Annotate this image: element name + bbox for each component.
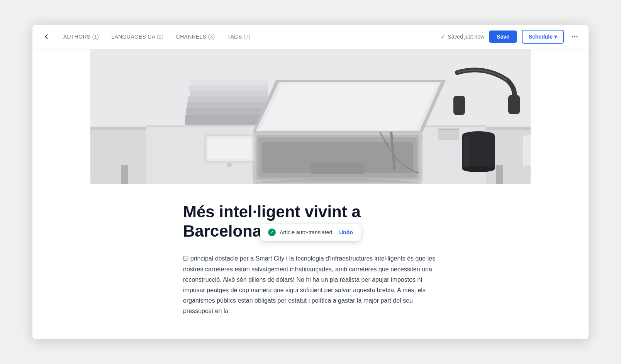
save-button[interactable]: Save (489, 30, 517, 43)
nav-languages[interactable]: LANGUAGES CA (2) (112, 34, 164, 40)
toolbar-right: ✓ Saved just now Save Schedule ▾ (441, 30, 581, 44)
svg-rect-40 (438, 129, 459, 130)
article-body: El principal obstacle per a Smart City i… (183, 253, 438, 316)
hero-image (90, 49, 531, 184)
svg-rect-14 (186, 108, 271, 115)
svg-point-1 (574, 36, 575, 37)
svg-rect-35 (464, 136, 469, 167)
chevron-down-icon: ▾ (554, 34, 557, 40)
svg-rect-22 (310, 163, 365, 174)
content-area: Més intel·ligent vivint a Barcelona El p… (32, 49, 589, 340)
toast-message: Article auto-translated (280, 229, 332, 235)
toast-undo-button[interactable]: Undo (339, 229, 353, 235)
svg-rect-28 (208, 138, 251, 159)
svg-rect-13 (187, 102, 270, 108)
svg-rect-30 (453, 96, 465, 115)
svg-rect-7 (121, 165, 128, 184)
browser-window: AUTHORS (1) LANGUAGES CA (2) CHANNELS (3… (32, 25, 589, 340)
nav-tags[interactable]: TAGS (7) (227, 34, 250, 40)
svg-rect-31 (508, 95, 520, 114)
toast: ✓ Article auto-translated Undo (260, 224, 361, 241)
svg-rect-9 (191, 80, 268, 86)
nav-items: AUTHORS (1) LANGUAGES CA (2) CHANNELS (3… (63, 34, 430, 40)
svg-rect-37 (523, 137, 531, 168)
svg-rect-12 (188, 97, 269, 102)
svg-rect-8 (496, 165, 503, 184)
svg-rect-39 (438, 129, 459, 140)
article-content: Més intel·ligent vivint a Barcelona El p… (183, 202, 438, 340)
saved-text: Saved just now (448, 34, 484, 40)
hero-image-container (90, 49, 531, 184)
back-button[interactable] (40, 30, 53, 43)
check-icon: ✓ (441, 34, 445, 40)
svg-marker-25 (260, 84, 437, 130)
svg-point-2 (576, 36, 577, 37)
svg-point-0 (572, 36, 573, 37)
svg-point-29 (227, 163, 232, 167)
toolbar: AUTHORS (1) LANGUAGES CA (2) CHANNELS (3… (32, 25, 589, 49)
toast-container: ✓ Article auto-translated Undo (260, 224, 361, 241)
saved-status: ✓ Saved just now (441, 34, 484, 40)
svg-rect-11 (190, 91, 268, 97)
svg-rect-10 (189, 86, 268, 91)
nav-channels[interactable]: CHANNELS (3) (176, 34, 215, 40)
schedule-button[interactable]: Schedule ▾ (522, 30, 564, 44)
toast-check-icon: ✓ (268, 229, 276, 236)
nav-authors[interactable]: AUTHORS (1) (63, 34, 99, 40)
more-options-button[interactable] (568, 30, 581, 43)
